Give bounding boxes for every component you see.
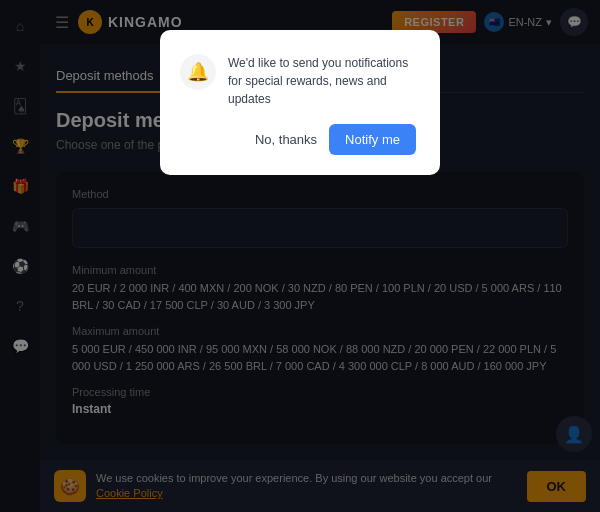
notification-modal: 🔔 We'd like to send you notifications fo… xyxy=(160,30,440,175)
notification-modal-overlay: 🔔 We'd like to send you notifications fo… xyxy=(0,0,600,512)
notification-message: We'd like to send you notifications for … xyxy=(228,54,416,108)
notification-actions: No, thanks Notify me xyxy=(180,124,416,155)
bell-icon: 🔔 xyxy=(180,54,216,90)
notify-me-button[interactable]: Notify me xyxy=(329,124,416,155)
notification-header: 🔔 We'd like to send you notifications fo… xyxy=(180,54,416,108)
no-thanks-button[interactable]: No, thanks xyxy=(255,132,317,147)
